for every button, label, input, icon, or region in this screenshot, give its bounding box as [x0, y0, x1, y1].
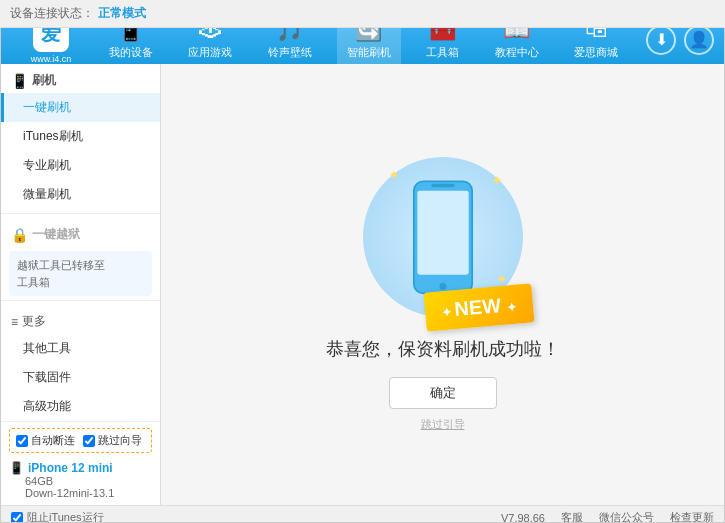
nav-my-device-label: 我的设备 — [109, 45, 153, 60]
sidebar-footer: 自动断连 跳过向导 📱 iPhone 12 mini 64GB — [1, 421, 160, 505]
sparkle-1: ✦ — [388, 167, 400, 183]
lock-icon: 🔒 — [11, 227, 28, 243]
sidebar-item-advanced[interactable]: 高级功能 — [1, 392, 160, 421]
download-button[interactable]: ⬇ — [646, 25, 676, 55]
sidebar-item-itunes-flash[interactable]: iTunes刷机 — [1, 122, 160, 151]
confirm-button[interactable]: 确定 — [389, 377, 497, 409]
auto-close-checkbox-label[interactable]: 自动断连 — [16, 433, 75, 448]
check-update-link[interactable]: 检查更新 — [670, 510, 714, 523]
sidebar-item-other-tools[interactable]: 其他工具 — [1, 334, 160, 363]
other-tools-label: 其他工具 — [23, 341, 71, 355]
jailbreak-info-box: 越狱工具已转移至工具箱 — [9, 251, 152, 296]
logo-url: www.i4.cn — [31, 54, 72, 64]
bottom-bar-left: 阻止iTunes运行 — [11, 510, 501, 523]
device-name: 📱 iPhone 12 mini — [9, 461, 152, 475]
jailbreak-info-text: 越狱工具已转移至工具箱 — [17, 259, 105, 288]
sidebar: 📱 刷机 一键刷机 iTunes刷机 专业刷机 微量刷机 — [1, 64, 161, 505]
new-badge: NEW — [423, 283, 534, 331]
phone-illustration: ✦ ✦ ✦ NEW — [363, 157, 523, 317]
sidebar-item-pro-flash[interactable]: 专业刷机 — [1, 151, 160, 180]
sidebar-footer-content: 自动断连 跳过向导 📱 iPhone 12 mini 64GB — [1, 422, 160, 505]
auto-close-checkbox[interactable] — [16, 435, 28, 447]
illustration-area: ✦ ✦ ✦ NEW — [326, 157, 560, 432]
one-click-flash-label: 一键刷机 — [23, 100, 71, 114]
app-window: ─ □ ✕ 爱 www.i4.cn 📱 我的设备 🕹 应用游戏 🎵 铃声壁纸 — [0, 0, 725, 523]
nav-ringtones-label: 铃声壁纸 — [268, 45, 312, 60]
device-status-bar: 设备连接状态： 正常模式 — [0, 0, 725, 28]
header-right-buttons: ⬇ 👤 — [646, 25, 714, 55]
sidebar-item-download-firmware[interactable]: 下载固件 — [1, 363, 160, 392]
device-model: Down-12mini-13.1 — [9, 487, 152, 499]
bottom-bar-right: V7.98.66 客服 微信公众号 检查更新 — [501, 510, 714, 523]
nav-apps-games-label: 应用游戏 — [188, 45, 232, 60]
success-message: 恭喜您，保资料刷机成功啦！ — [326, 337, 560, 361]
suppress-itunes-label: 阻止iTunes运行 — [27, 510, 104, 523]
skip-link[interactable]: 跳过引导 — [421, 417, 465, 432]
device-storage: 64GB — [9, 475, 152, 487]
sidebar-item-micro-flash[interactable]: 微量刷机 — [1, 180, 160, 209]
suppress-itunes-checkbox[interactable] — [11, 512, 23, 524]
body-area: 设备连接状态： 正常模式 📱 刷机 一键刷机 iTunes刷机 — [1, 64, 724, 523]
sidebar-divider-2 — [1, 300, 160, 301]
svg-rect-2 — [431, 183, 454, 186]
phone-icon-small: 📱 — [9, 461, 24, 475]
user-button[interactable]: 👤 — [684, 25, 714, 55]
device-name-text: iPhone 12 mini — [28, 461, 113, 475]
nav-toolbox-label: 工具箱 — [426, 45, 459, 60]
phone-bg-circle: ✦ ✦ ✦ NEW — [363, 157, 523, 317]
customer-service-link[interactable]: 客服 — [561, 510, 583, 523]
checkbox-group: 自动断连 跳过向导 — [9, 428, 152, 453]
sparkle-2: ✦ — [491, 172, 503, 188]
nav-tutorials-label: 教程中心 — [495, 45, 539, 60]
svg-point-3 — [439, 282, 446, 289]
sidebar-scroll: 📱 刷机 一键刷机 iTunes刷机 专业刷机 微量刷机 — [1, 64, 160, 421]
download-firmware-label: 下载固件 — [23, 370, 71, 384]
wechat-link[interactable]: 微信公众号 — [599, 510, 654, 523]
flash-section-title: 刷机 — [32, 72, 56, 89]
sidebar-divider-1 — [1, 213, 160, 214]
main-content: ✦ ✦ ✦ NEW — [161, 64, 724, 505]
sidebar-jailbreak-header: 🔒 一键越狱 — [1, 218, 160, 247]
skip-wizard-label: 跳过向导 — [98, 433, 142, 448]
sidebar-more-header: ≡ 更多 — [1, 305, 160, 334]
version-label: V7.98.66 — [501, 512, 545, 524]
pro-flash-label: 专业刷机 — [23, 158, 71, 172]
bottom-bar: 阻止iTunes运行 V7.98.66 客服 微信公众号 检查更新 — [1, 505, 724, 523]
itunes-flash-label: iTunes刷机 — [23, 129, 83, 143]
new-badge-text: NEW — [453, 294, 501, 320]
svg-rect-1 — [417, 190, 468, 274]
nav-smart-flash-label: 智能刷机 — [347, 45, 391, 60]
status-label: 设备连接状态： — [10, 5, 94, 22]
micro-flash-label: 微量刷机 — [23, 187, 71, 201]
nav-store-label: 爱思商城 — [574, 45, 618, 60]
skip-wizard-checkbox[interactable] — [83, 435, 95, 447]
advanced-label: 高级功能 — [23, 399, 71, 413]
flash-section-icon: 📱 — [11, 73, 28, 89]
sidebar-flash-header: 📱 刷机 — [1, 64, 160, 93]
status-value: 正常模式 — [98, 5, 146, 22]
phone-svg-icon — [408, 179, 478, 296]
jailbreak-title: 一键越狱 — [32, 226, 80, 243]
auto-close-label: 自动断连 — [31, 433, 75, 448]
sidebar-item-one-click-flash[interactable]: 一键刷机 — [1, 93, 160, 122]
middle-row: 📱 刷机 一键刷机 iTunes刷机 专业刷机 微量刷机 — [1, 64, 724, 505]
more-section-title: 更多 — [22, 313, 46, 330]
skip-wizard-checkbox-label[interactable]: 跳过向导 — [83, 433, 142, 448]
